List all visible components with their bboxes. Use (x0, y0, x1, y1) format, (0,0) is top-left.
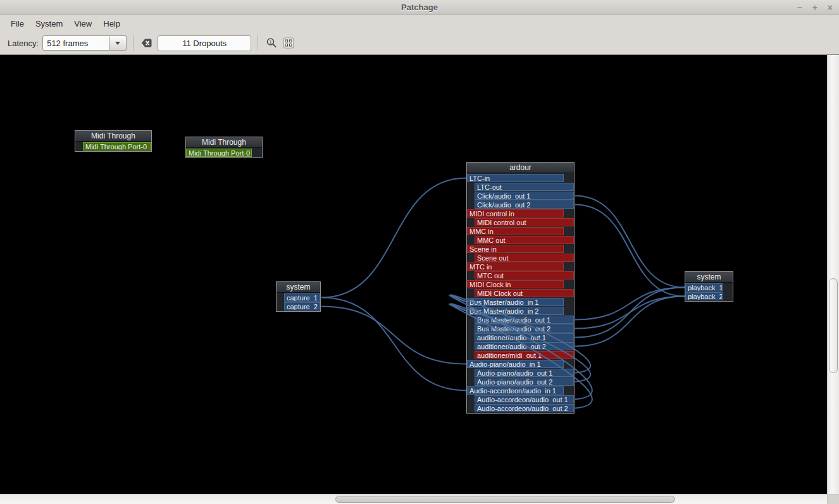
port-ardour-bus-master-audio-out-1[interactable]: Bus Master/audio_out 1 (475, 316, 574, 324)
menu-bar: File System View Help (0, 15, 839, 32)
port-ardour-midi-clock-in[interactable]: MIDI Clock in (467, 280, 564, 288)
port-ardour-click-audio-out-2[interactable]: Click/audio_out 2 (475, 200, 574, 209)
port-ardour-midi-control-out[interactable]: MIDI control out (475, 218, 574, 226)
latency-dropdown-button[interactable] (109, 35, 127, 51)
toolbar-separator (258, 35, 258, 51)
connection-click-audio-out-2-to-playback-2[interactable] (575, 205, 685, 297)
port-ardour-scene-in[interactable]: Scene in (467, 245, 564, 253)
latency-input[interactable] (42, 35, 109, 51)
node-midi-through-in[interactable]: Midi ThroughMidi Through Port-0 (185, 137, 263, 158)
patchage-window: Patchage − + × File System View Help Lat… (0, 0, 839, 504)
node-title[interactable]: system (685, 272, 733, 283)
port-ardour-audio-piano-audio-out-2[interactable]: Audio-piano/audio_out 2 (475, 378, 574, 386)
connection-auditioner-audio-out-2-to-playback-2[interactable] (575, 297, 685, 347)
port-ardour-bus-master-audio-in-2[interactable]: Bus Master/audio_in 2 (467, 307, 564, 315)
port-ardour-midi-control-in[interactable]: MIDI control in (467, 209, 564, 218)
port-midi-through-in-midi-through-port-0[interactable]: Midi Through Port-0 (186, 149, 252, 157)
zoom-normal-icon: 1 (266, 37, 277, 49)
node-title[interactable]: Midi Through (186, 137, 262, 148)
svg-text:1: 1 (270, 39, 272, 45)
port-ardour-auditioner-audio-out-1[interactable]: auditioner/audio_out 1 (475, 333, 574, 341)
port-ardour-mmc-in[interactable]: MMC in (467, 227, 564, 235)
connection-capture-2-to-audio-piano-audio-in-1[interactable] (321, 307, 466, 364)
minimize-button[interactable]: − (797, 0, 802, 15)
node-ardour[interactable]: ardourLTC-inLTC-outClick/audio_out 1Clic… (466, 162, 575, 414)
port-ardour-bus-master-audio-out-2[interactable]: Bus Master/audio_out 2 (475, 324, 574, 333)
zoom-fit-icon (283, 37, 294, 49)
node-midi-through-out[interactable]: Midi ThroughMidi Through Port-0 (75, 130, 152, 152)
node-system-playback[interactable]: systemplayback_1playback_2 (685, 271, 733, 302)
port-ardour-auditioner-midi-out-1[interactable]: auditioner/midi_out 1 (475, 351, 574, 359)
clear-dropouts-icon (141, 38, 152, 48)
zoom-fit-button[interactable] (282, 36, 295, 50)
port-system-capture-capture-1[interactable]: capture_1 (284, 293, 320, 302)
zoom-normal-button[interactable]: 1 (264, 36, 278, 50)
port-ardour-scene-out[interactable]: Scene out (475, 254, 574, 262)
menu-system[interactable]: System (30, 17, 68, 30)
port-ardour-ltc-out[interactable]: LTC-out (475, 183, 574, 191)
menu-help[interactable]: Help (97, 17, 126, 30)
patch-canvas[interactable]: Midi ThroughMidi Through Port-0Midi Thro… (0, 55, 827, 494)
window-title: Patchage (401, 3, 438, 12)
port-ardour-mtc-in[interactable]: MTC in (467, 262, 564, 271)
chevron-down-icon (115, 42, 120, 45)
port-system-playback-playback-1[interactable]: playback_1 (685, 283, 723, 292)
connection-bus-master-audio-out-2-to-playback-2[interactable] (575, 297, 685, 329)
port-ardour-audio-piano-audio-in-1[interactable]: Audio-piano/audio_in 1 (467, 360, 564, 368)
port-ardour-click-audio-out-1[interactable]: Click/audio_out 1 (475, 192, 574, 200)
node-title[interactable]: ardour (467, 163, 574, 173)
node-title[interactable]: system (277, 282, 320, 293)
horizontal-scrollbar-thumb[interactable] (335, 496, 675, 503)
port-ardour-audio-accordeon-audio-out-2[interactable]: Audio-accordeon/audio_out 2 (475, 404, 574, 412)
window-controls: − + × (797, 0, 833, 15)
title-bar[interactable]: Patchage − + × (0, 0, 839, 15)
port-ardour-bus-master-audio-in-1[interactable]: Bus Master/audio_in 1 (467, 298, 564, 306)
close-button[interactable]: × (828, 0, 833, 15)
port-system-capture-capture-2[interactable]: capture_2 (284, 302, 320, 310)
connection-capture-1-to-ltc-in[interactable] (321, 178, 466, 298)
port-ardour-ltc-in[interactable]: LTC-in (467, 174, 564, 182)
port-ardour-auditioner-audio-out-2[interactable]: auditioner/audio_out 2 (475, 342, 574, 350)
port-ardour-audio-accordeon-audio-in-1[interactable]: Audio-accordeon/audio_in 1 (467, 386, 564, 395)
vertical-scrollbar[interactable] (827, 55, 839, 494)
connection-click-audio-out-1-to-playback-1[interactable] (575, 196, 685, 288)
port-ardour-audio-piano-audio-out-1[interactable]: Audio-piano/audio_out 1 (475, 369, 574, 377)
port-ardour-midi-clock-out[interactable]: MIDI Clock out (475, 289, 574, 297)
node-title[interactable]: Midi Through (75, 131, 151, 142)
port-ardour-audio-accordeon-audio-out-1[interactable]: Audio-accordeon/audio_out 1 (475, 395, 574, 403)
port-midi-through-out-midi-through-port-0[interactable]: Midi Through Port-0 (83, 142, 151, 151)
latency-label: Latency: (8, 39, 39, 48)
connection-capture-1-to-audio-accordeon-audio-in-1[interactable] (321, 298, 466, 391)
vertical-scrollbar-thumb[interactable] (829, 278, 838, 373)
maximize-button[interactable]: + (812, 0, 817, 15)
menu-file[interactable]: File (5, 17, 30, 30)
node-system-capture[interactable]: systemcapture_1capture_2 (276, 281, 321, 312)
connection-auditioner-audio-out-1-to-playback-1[interactable] (575, 288, 685, 338)
toolbar: Latency: 11 Dropouts 1 (0, 32, 839, 55)
clear-dropouts-button[interactable] (140, 36, 154, 50)
horizontal-scrollbar[interactable] (0, 494, 827, 504)
port-ardour-mtc-out[interactable]: MTC out (475, 271, 574, 280)
dropouts-counter-button[interactable]: 11 Dropouts (158, 35, 251, 51)
scrollbar-corner (827, 494, 839, 504)
menu-view[interactable]: View (68, 17, 97, 30)
toolbar-separator (133, 35, 134, 51)
connection-bus-master-audio-out-1-to-playback-1[interactable] (575, 288, 685, 320)
port-ardour-mmc-out[interactable]: MMC out (475, 236, 574, 244)
dropouts-label: 11 Dropouts (182, 39, 227, 48)
port-system-playback-playback-2[interactable]: playback_2 (685, 292, 723, 300)
